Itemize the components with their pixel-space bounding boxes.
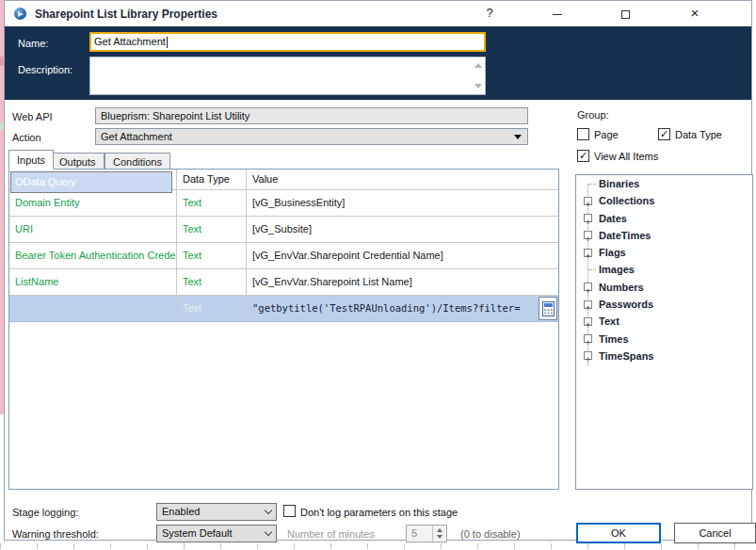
param-value[interactable]: [vG_BusinessEntity]: [247, 190, 558, 217]
param-name-cell[interactable]: OData Query: [9, 296, 177, 322]
data-items-tree: Binaries Collections Dates DateTimes Fla…: [575, 174, 753, 490]
minimize-button[interactable]: [543, 1, 571, 25]
group-label: Group:: [577, 109, 609, 121]
tree-item-label: Binaries: [599, 178, 639, 189]
expand-plus-icon[interactable]: [584, 334, 592, 343]
param-type[interactable]: Text: [177, 296, 247, 322]
tree-item-images[interactable]: Images: [576, 261, 752, 278]
tab-conditions[interactable]: Conditions: [105, 153, 170, 170]
column-header-value: Value: [247, 170, 558, 190]
cancel-button[interactable]: Cancel: [674, 523, 756, 543]
datatype-checkbox[interactable]: ✓: [658, 128, 670, 140]
title-bar[interactable]: Sharepoint List Library Properties ? ×: [5, 1, 751, 26]
tree-item-numbers[interactable]: Numbers: [576, 279, 752, 296]
param-name[interactable]: Bearer Token Authentication Credent...: [9, 243, 177, 269]
expand-plus-icon[interactable]: [584, 300, 592, 309]
param-value[interactable]: [vG_EnvVar.Sharepoint Credential Name]: [247, 243, 558, 269]
table-row-selected[interactable]: OData Query Text "getbytitle('TestRPAUnl…: [9, 296, 558, 322]
ok-button[interactable]: OK: [576, 523, 661, 543]
help-button[interactable]: ?: [475, 1, 504, 25]
expression-editor-button[interactable]: [539, 297, 557, 320]
param-type[interactable]: Text: [177, 269, 247, 296]
view-all-items-checkbox[interactable]: ✓: [577, 150, 589, 162]
warning-threshold-dropdown[interactable]: System Default: [156, 525, 277, 542]
tree-item-label: Text: [599, 315, 619, 327]
tree-leaf-stub: [588, 269, 596, 270]
stage-logging-dropdown[interactable]: Enabled: [156, 503, 277, 521]
tree-item-timespans[interactable]: TimeSpans: [576, 348, 752, 364]
parameters-table: Name Data Type Value Domain Entity Text …: [8, 169, 559, 490]
tree-item-label: Numbers: [599, 282, 644, 293]
expand-plus-icon[interactable]: [584, 317, 592, 326]
scroll-down-icon[interactable]: [475, 84, 482, 89]
tree-item-label: DateTimes: [599, 230, 651, 241]
param-type[interactable]: Text: [177, 190, 247, 217]
blueprism-action-icon: [14, 8, 26, 20]
disable-hint-text: (0 to disable): [460, 528, 521, 540]
view-all-items-checkbox-label: View All Items: [594, 151, 658, 162]
table-row[interactable]: Domain Entity Text [vG_BusinessEntity]: [9, 190, 558, 217]
stage-logging-label: Stage logging:: [12, 507, 78, 518]
maximize-button[interactable]: [611, 1, 639, 25]
name-input-text: Get Attachment: [94, 36, 166, 47]
web-api-field[interactable]: Blueprism: Sharepoint List Utility: [95, 107, 528, 124]
dont-log-checkbox[interactable]: [283, 505, 296, 517]
expand-plus-icon[interactable]: [584, 351, 592, 360]
tree-item-dates[interactable]: Dates: [576, 210, 752, 227]
description-textarea[interactable]: [89, 57, 486, 95]
tree-item-label: Dates: [599, 213, 627, 224]
action-label: Action: [12, 132, 41, 143]
tree-item-passwords[interactable]: Passwords: [576, 296, 752, 313]
tree-item-flags[interactable]: Flags: [576, 244, 752, 261]
header-band: Name: Get Attachment Description:: [5, 26, 751, 100]
table-row[interactable]: Bearer Token Authentication Credent... T…: [9, 243, 558, 269]
tree-item-label: Images: [599, 264, 635, 275]
param-value[interactable]: [vG_Subsite]: [247, 217, 558, 243]
name-label: Name:: [18, 38, 48, 49]
tree-item-text[interactable]: Text: [576, 313, 752, 330]
page-checkbox[interactable]: [577, 128, 589, 140]
tree-item-datetimes[interactable]: DateTimes: [576, 227, 752, 244]
spin-up-icon[interactable]: [437, 528, 442, 532]
expand-plus-icon[interactable]: [584, 283, 592, 291]
expand-plus-icon[interactable]: [584, 249, 592, 257]
table-row[interactable]: URI Text [vG_Subsite]: [9, 217, 558, 243]
background-grid-ticks: [0, 543, 756, 549]
expand-plus-icon[interactable]: [584, 197, 592, 205]
table-row[interactable]: ListName Text [vG_EnvVar.Sharepoint List…: [9, 269, 558, 296]
dropdown-arrow-icon: [514, 135, 522, 139]
datatype-checkbox-label: Data Type: [675, 129, 722, 140]
tree-item-label: Passwords: [599, 299, 653, 310]
minutes-spinner[interactable]: 5: [406, 525, 447, 542]
warning-threshold-value: System Default: [162, 527, 233, 539]
spin-down-icon[interactable]: [437, 535, 442, 539]
tree-item-label: Flags: [599, 247, 626, 258]
param-name[interactable]: ListName: [9, 269, 177, 296]
tab-inputs[interactable]: Inputs: [8, 150, 54, 170]
scroll-up-icon[interactable]: [475, 63, 482, 68]
param-type[interactable]: Text: [177, 243, 247, 269]
tree-item-collections[interactable]: Collections: [576, 192, 752, 209]
expand-plus-icon[interactable]: [584, 214, 592, 222]
param-value-expression: "getbytitle('TestRPAUnloading')/Items?fi…: [252, 302, 520, 314]
tree-item-times[interactable]: Times: [576, 331, 752, 348]
spinner-buttons[interactable]: [432, 526, 446, 542]
action-dropdown[interactable]: Get Attachment: [95, 128, 528, 145]
warning-threshold-label: Warning threshold:: [12, 528, 99, 540]
tree-item-binaries[interactable]: Binaries: [576, 175, 752, 192]
minimize-icon: [553, 14, 562, 15]
expand-plus-icon[interactable]: [584, 231, 592, 239]
param-value-cell[interactable]: "getbytitle('TestRPAUnloading')/Items?fi…: [247, 296, 558, 322]
param-name[interactable]: Domain Entity: [9, 190, 177, 217]
page-checkbox-label: Page: [594, 129, 619, 140]
param-name[interactable]: URI: [9, 217, 177, 243]
tree-item-label: TimeSpans: [599, 350, 654, 362]
maximize-icon: [621, 10, 630, 19]
param-type[interactable]: Text: [177, 217, 247, 243]
tree-item-label: Times: [599, 333, 629, 345]
close-button[interactable]: ×: [681, 1, 709, 25]
param-value[interactable]: [vG_EnvVar.Sharepoint List Name]: [247, 269, 558, 296]
name-input[interactable]: Get Attachment: [89, 32, 486, 52]
minutes-spinner-value: 5: [411, 527, 417, 539]
tab-outputs[interactable]: Outputs: [51, 153, 105, 170]
